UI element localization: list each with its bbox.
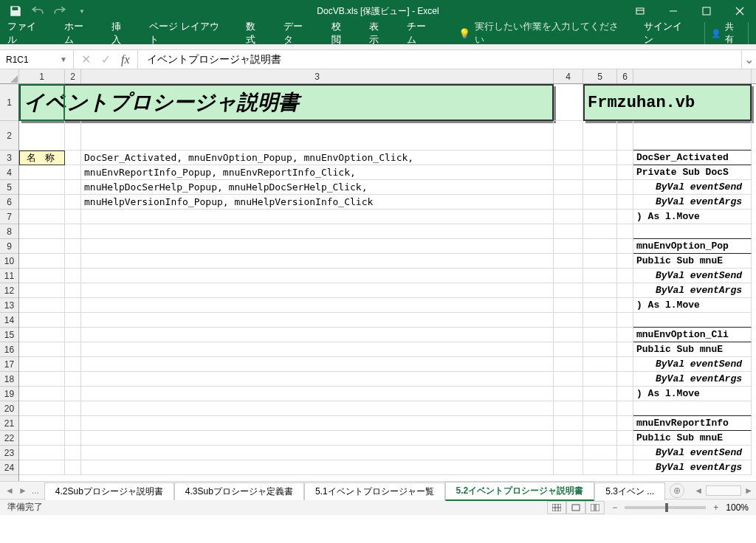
sheet-tab[interactable]: 4.2Subプロシージャ説明書 [44,483,174,500]
cell[interactable] [554,165,583,180]
cell[interactable] [617,460,633,475]
cell[interactable] [65,269,81,283]
cell-code[interactable]: ) As l.Move [633,210,752,224]
cell[interactable] [19,460,65,475]
cell[interactable] [617,446,633,460]
cell[interactable] [65,180,81,195]
cell[interactable] [65,283,81,298]
cell[interactable] [19,269,65,283]
cell[interactable] [81,210,554,224]
tell-me-search[interactable]: 💡 実行したい作業を入力してください [458,20,624,46]
row-header[interactable]: 23 [0,446,18,460]
col-header[interactable]: 6 [617,69,633,83]
col-header[interactable]: 2 [65,69,81,83]
cells-area[interactable]: イベントプロシージャ説明書 Frmzuhan.vb 名 称 [19,84,756,481]
cell[interactable] [617,431,633,446]
cell[interactable] [19,180,65,195]
cell[interactable]: mnuEnvReportInfo_Popup, mnuEnvReportInfo… [81,165,554,180]
cell[interactable] [65,372,81,387]
row-header[interactable]: 19 [0,387,18,401]
tab-team[interactable]: チーム [407,20,435,46]
cell[interactable] [617,328,633,342]
row-header[interactable]: 11 [0,269,18,283]
cell[interactable] [65,210,81,224]
cell[interactable] [19,328,65,342]
cell[interactable] [554,372,583,387]
cell[interactable] [19,401,65,416]
cell[interactable]: mnuHelpVersionInfo_Popup, mnuHelpVersion… [81,195,554,210]
cell[interactable] [19,342,65,357]
chevron-down-icon[interactable]: ▼ [60,55,67,63]
cell[interactable] [19,387,65,401]
cell[interactable] [81,313,554,328]
row-header[interactable]: 21 [0,416,18,431]
cell[interactable] [81,387,554,401]
cell[interactable] [554,224,583,239]
cell-code[interactable]: ByVal eventArgs [633,372,752,387]
col-header[interactable]: 1 [19,69,65,83]
cell[interactable] [617,239,633,254]
cell[interactable] [617,387,633,401]
cell-title-file[interactable]: Frmzuhan.vb [583,84,752,121]
expand-formula-bar-icon[interactable]: ⌄ [741,50,756,69]
cell-code[interactable]: mnuEnvOption_Pop [633,239,752,254]
row-header[interactable]: 22 [0,431,18,446]
select-all-cells[interactable] [0,69,19,84]
cell[interactable] [81,401,554,416]
cell[interactable] [81,283,554,298]
cell[interactable] [583,239,617,254]
view-page-layout-icon[interactable] [566,501,585,514]
cell[interactable] [583,401,617,416]
cell-code[interactable]: Public Sub mnuE [633,342,752,357]
cell-code[interactable]: ByVal eventSend [633,357,752,372]
sheet-nav-prev-icon[interactable]: ◄ [4,485,15,496]
row-header[interactable]: 24 [0,460,18,475]
row-header[interactable]: 9 [0,239,18,254]
cell[interactable] [554,121,583,151]
cell[interactable] [19,357,65,372]
cell[interactable] [583,298,617,313]
cell[interactable] [583,180,617,195]
row-header[interactable]: 18 [0,372,18,387]
cell[interactable] [81,269,554,283]
cell[interactable] [633,313,752,328]
cell[interactable] [617,224,633,239]
cell[interactable] [617,210,633,224]
cell[interactable] [554,151,583,165]
cell[interactable] [617,401,633,416]
cell[interactable] [81,357,554,372]
cell[interactable] [554,298,583,313]
share-button[interactable]: 👤 共有 [704,18,749,48]
cell[interactable] [19,121,65,151]
cell[interactable] [19,416,65,431]
cell[interactable] [19,165,65,180]
cell[interactable] [554,387,583,401]
cell[interactable] [554,328,583,342]
cell-code[interactable]: ByVal eventArgs [633,460,752,475]
cell[interactable] [554,460,583,475]
cell[interactable] [65,165,81,180]
cell[interactable] [617,121,633,151]
cell[interactable] [583,372,617,387]
cell[interactable] [554,357,583,372]
cell[interactable] [65,431,81,446]
maximize-button[interactable] [690,0,723,22]
fx-icon[interactable]: fx [121,53,130,66]
cell[interactable] [554,210,583,224]
cell[interactable] [81,416,554,431]
cell[interactable] [583,460,617,475]
cell[interactable] [19,224,65,239]
cell[interactable] [81,121,554,151]
cell[interactable] [65,195,81,210]
cell[interactable] [583,283,617,298]
cell[interactable] [583,254,617,269]
cell[interactable] [81,372,554,387]
signin-link[interactable]: サインイン [644,20,690,46]
cell[interactable] [19,446,65,460]
cell[interactable] [81,239,554,254]
cell[interactable] [554,269,583,283]
row-header[interactable]: 6 [0,195,18,210]
cell[interactable] [583,165,617,180]
cell[interactable] [554,313,583,328]
cell[interactable] [617,416,633,431]
